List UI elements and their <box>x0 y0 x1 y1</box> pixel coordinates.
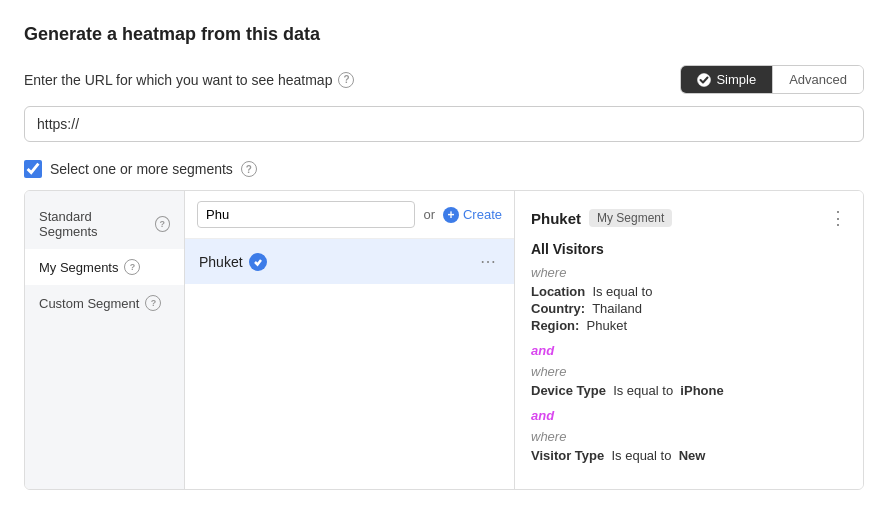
segment-nav-item-custom[interactable]: Custom Segment ? <box>25 285 184 321</box>
detail-title-row: Phuket My Segment <box>531 209 672 227</box>
segment-checkbox[interactable] <box>24 160 42 178</box>
and-label-1: and <box>531 343 847 358</box>
advanced-label: Advanced <box>789 72 847 87</box>
standard-help-icon[interactable]: ? <box>155 216 170 232</box>
segment-list: or + Create Phuket ⋯ <box>185 191 515 489</box>
and-label-2: and <box>531 408 847 423</box>
segment-item-menu-btn[interactable]: ⋯ <box>476 250 500 273</box>
detail-menu-button[interactable]: ⋮ <box>829 207 847 229</box>
condition-visitor-key: Visitor Type <box>531 448 604 463</box>
url-section: Enter the URL for which you want to see … <box>24 65 864 94</box>
condition-region-key: Region: <box>531 318 579 333</box>
condition-country: Country: Thailand <box>531 301 847 316</box>
simple-label: Simple <box>716 72 756 87</box>
url-help-icon[interactable]: ? <box>338 72 354 88</box>
segment-list-header: or + Create <box>185 191 514 239</box>
url-label: Enter the URL for which you want to see … <box>24 72 354 88</box>
custom-help-icon[interactable]: ? <box>145 295 161 311</box>
check-svg <box>253 257 263 267</box>
create-label: Create <box>463 207 502 222</box>
condition-location-key: Location <box>531 284 585 299</box>
list-item[interactable]: Phuket ⋯ <box>185 239 514 284</box>
my-segments-help-icon[interactable]: ? <box>124 259 140 275</box>
my-segments-label: My Segments <box>39 260 118 275</box>
condition-visitor: Visitor Type Is equal to New <box>531 448 847 463</box>
segment-panel: Standard Segments ? My Segments ? Custom… <box>24 190 864 490</box>
where-label-3: where <box>531 429 847 444</box>
condition-device-key: Device Type <box>531 383 606 398</box>
advanced-toggle-btn[interactable]: Advanced <box>773 66 863 93</box>
condition-country-key: Country: <box>531 301 585 316</box>
segment-section-header: Select one or more segments ? <box>24 160 864 178</box>
segment-search-input[interactable] <box>197 201 415 228</box>
url-label-text: Enter the URL for which you want to see … <box>24 72 332 88</box>
all-visitors-label: All Visitors <box>531 241 847 257</box>
custom-segment-label: Custom Segment <box>39 296 139 311</box>
where-label-2: where <box>531 364 847 379</box>
segment-nav: Standard Segments ? My Segments ? Custom… <box>25 191 185 489</box>
my-segment-badge: My Segment <box>589 209 672 227</box>
page-title: Generate a heatmap from this data <box>24 24 864 45</box>
condition-device: Device Type Is equal to iPhone <box>531 383 847 398</box>
segment-help-icon[interactable]: ? <box>241 161 257 177</box>
detail-segment-title: Phuket <box>531 210 581 227</box>
where-label-1: where <box>531 265 847 280</box>
or-label: or <box>423 207 435 222</box>
condition-visitor-value: New <box>679 448 706 463</box>
url-input[interactable] <box>24 106 864 142</box>
detail-header: Phuket My Segment ⋮ <box>531 207 847 229</box>
create-icon: + <box>443 207 459 223</box>
checkmark-icon <box>697 73 711 87</box>
simple-toggle-btn[interactable]: Simple <box>681 66 773 93</box>
standard-segments-label: Standard Segments <box>39 209 149 239</box>
condition-location: Location Is equal to <box>531 284 847 299</box>
condition-region: Region: Phuket <box>531 318 847 333</box>
toggle-group: Simple Advanced <box>680 65 864 94</box>
segment-item-name: Phuket <box>199 254 243 270</box>
condition-device-value: iPhone <box>680 383 723 398</box>
selected-check-icon <box>249 253 267 271</box>
segment-nav-item-my[interactable]: My Segments ? <box>25 249 184 285</box>
segment-nav-item-standard[interactable]: Standard Segments ? <box>25 199 184 249</box>
segment-label: Select one or more segments <box>50 161 233 177</box>
segment-item-label: Phuket <box>199 253 267 271</box>
segment-detail: Phuket My Segment ⋮ All Visitors where L… <box>515 191 863 489</box>
create-segment-button[interactable]: + Create <box>443 207 502 223</box>
